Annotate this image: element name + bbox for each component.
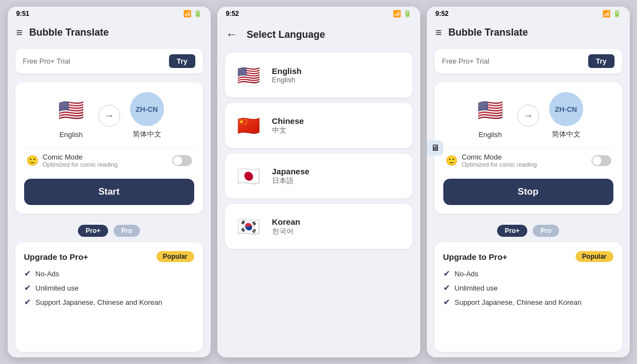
language-list: 🇺🇸 English English 🇨🇳 Chinese 中文 🇯🇵 Japa… xyxy=(217,48,420,357)
feature-label-3-1: No-Ads xyxy=(455,270,478,278)
source-flag-1: 🇺🇸 xyxy=(54,93,88,127)
feature-label-3-3: Support Japanese, Chinese and Korean xyxy=(455,298,582,306)
screen1-content: ≡ Bubble Translate Free Pro+ Trial Try 🇺… xyxy=(8,21,211,357)
list-item[interactable]: 🇨🇳 Chinese 中文 xyxy=(225,103,413,148)
check-icon-1: ✔ xyxy=(24,269,31,278)
list-item[interactable]: 🇯🇵 Japanese 日本語 xyxy=(225,153,413,198)
start-button[interactable]: Start xyxy=(24,179,194,205)
trial-bar-3: Free Pro+ Trial Try xyxy=(435,49,622,73)
lang-name-korean: Korean xyxy=(272,217,301,226)
feature-label-3-2: Unlimited use xyxy=(455,284,498,292)
smiley-icon-3: 🙂 xyxy=(446,155,458,167)
time-3: 9:52 xyxy=(436,10,449,18)
lang-native-korean: 한국어 xyxy=(272,226,301,236)
trial-text-1: Free Pro+ Trial xyxy=(23,57,70,65)
check-icon-1-2: ✔ xyxy=(24,283,31,293)
feature-1-3: ✔ Support Japanese, Chinese and Korean xyxy=(24,297,194,307)
comic-toggle-3[interactable] xyxy=(591,155,611,166)
signal-icon: 📶 xyxy=(183,10,191,18)
lang-name-english: English xyxy=(272,66,302,76)
pro-plus-badge-3: Pro+ xyxy=(497,225,527,237)
status-icons-2: 📶 🔋 xyxy=(393,10,411,18)
comic-mode-row-1: 🙂 Comic Mode Optimized for comic reading xyxy=(24,147,194,173)
list-item[interactable]: 🇺🇸 English English xyxy=(225,53,413,98)
target-lang-label-1: 简体中文 xyxy=(133,129,161,139)
back-button[interactable]: ← xyxy=(226,27,238,42)
app-header-1: ≡ Bubble Translate xyxy=(8,21,211,44)
select-header: ← Select Language xyxy=(217,21,420,48)
app-header-3: ≡ Bubble Translate xyxy=(427,21,630,44)
comic-left-1: 🙂 Comic Mode Optimized for comic reading xyxy=(26,153,118,168)
badges-row-1: Pro+ Pro xyxy=(8,225,211,237)
lang-texts-japanese: Japanese 日本語 xyxy=(272,167,309,186)
target-flag-3: ZH-CN xyxy=(549,92,583,126)
feature-label-1-2: Unlimited use xyxy=(36,284,79,292)
feature-label-1-1: No-Ads xyxy=(36,270,59,278)
check-icon-1-3: ✔ xyxy=(24,297,31,307)
comic-mode-sub-1: Optimized for comic reading xyxy=(43,161,118,168)
status-bar-2: 9:52 📶 🔋 xyxy=(217,7,420,21)
target-lang-1[interactable]: ZH-CN 简体中文 xyxy=(130,92,164,139)
upgrade-title-1: Upgrade to Pro+ xyxy=(24,252,88,261)
status-bar-3: 9:52 📶 🔋 xyxy=(427,7,630,21)
status-bar-1: 9:51 📶 🔋 xyxy=(8,7,211,21)
feature-3-1: ✔ No-Ads xyxy=(443,269,613,278)
badges-row-3: Pro+ Pro xyxy=(427,225,630,237)
feature-1-1: ✔ No-Ads xyxy=(24,269,194,278)
lang-flag-chinese: 🇨🇳 xyxy=(234,111,263,140)
feature-3-2: ✔ Unlimited use xyxy=(443,283,613,293)
source-lang-3[interactable]: 🇺🇸 English xyxy=(473,93,508,139)
lang-row-3: 🇺🇸 English → ZH-CN 简体中文 xyxy=(443,92,613,139)
comic-mode-row-3: 🙂 Comic Mode Optimized for comic reading xyxy=(443,147,613,173)
target-flag-1: ZH-CN xyxy=(130,92,164,126)
source-flag-3: 🇺🇸 xyxy=(473,93,508,127)
lang-flag-japanese: 🇯🇵 xyxy=(234,161,263,191)
upgrade-title-3: Upgrade to Pro+ xyxy=(443,252,508,261)
lang-texts-english: English English xyxy=(272,66,302,84)
popular-badge-3: Popular xyxy=(576,251,613,262)
feature-1-2: ✔ Unlimited use xyxy=(24,283,194,293)
upgrade-header-3: Upgrade to Pro+ Popular xyxy=(443,251,613,262)
source-lang-label-3: English xyxy=(478,130,502,139)
check-icon-3-3: ✔ xyxy=(443,297,450,307)
pro-badge-1: Pro xyxy=(114,225,140,237)
app-title-3: Bubble Translate xyxy=(448,27,528,38)
source-lang-1[interactable]: 🇺🇸 English xyxy=(54,93,88,139)
lang-texts-chinese: Chinese 中文 xyxy=(272,116,304,135)
screen3-content: ≡ Bubble Translate Free Pro+ Trial Try 🖥… xyxy=(427,21,630,357)
trial-bar-1: Free Pro+ Trial Try xyxy=(15,49,203,73)
battery-icon-3: 🔋 xyxy=(613,10,621,18)
target-lang-3[interactable]: ZH-CN 简体中文 xyxy=(549,92,583,139)
signal-icon-2: 📶 xyxy=(393,10,401,18)
comic-mode-label-3: Comic Mode xyxy=(462,153,537,161)
upgrade-header-1: Upgrade to Pro+ Popular xyxy=(24,251,194,262)
pro-plus-badge-1: Pro+ xyxy=(78,225,108,237)
screen2-content: ← Select Language 🇺🇸 English English 🇨🇳 … xyxy=(217,21,420,357)
lang-name-japanese: Japanese xyxy=(272,167,309,176)
lang-texts-korean: Korean 한국어 xyxy=(272,217,301,236)
time-1: 9:51 xyxy=(16,10,30,18)
popular-badge-1: Popular xyxy=(156,251,194,262)
feature-3-3: ✔ Support Japanese, Chinese and Korean xyxy=(443,297,613,307)
hamburger-icon[interactable]: ≡ xyxy=(16,26,23,39)
capture-icon-overlay: 🖥 xyxy=(427,140,443,156)
try-button-1[interactable]: Try xyxy=(169,54,195,68)
upgrade-card-1: Upgrade to Pro+ Popular ✔ No-Ads ✔ Unlim… xyxy=(15,242,203,352)
comic-text-group-3: Comic Mode Optimized for comic reading xyxy=(462,153,537,168)
select-title: Select Language xyxy=(247,29,325,41)
lang-row-1: 🇺🇸 English → ZH-CN 简体中文 xyxy=(24,92,194,139)
stop-button[interactable]: Stop xyxy=(443,179,613,205)
lang-name-chinese: Chinese xyxy=(272,116,304,126)
try-button-3[interactable]: Try xyxy=(588,54,615,68)
status-icons-1: 📶 🔋 xyxy=(183,10,202,18)
comic-text-group-1: Comic Mode Optimized for comic reading xyxy=(43,153,118,168)
feature-label-1-3: Support Japanese, Chinese and Korean xyxy=(36,298,162,306)
hamburger-icon-3[interactable]: ≡ xyxy=(436,26,442,39)
comic-toggle-1[interactable] xyxy=(172,155,192,166)
check-icon-3-2: ✔ xyxy=(443,283,450,293)
arrow-icon-1: → xyxy=(98,105,120,127)
screen2: 9:52 📶 🔋 ← Select Language 🇺🇸 English En… xyxy=(217,7,420,357)
pro-badge-3: Pro xyxy=(533,225,559,237)
list-item[interactable]: 🇰🇷 Korean 한국어 xyxy=(225,204,413,249)
lang-native-english: English xyxy=(272,76,302,84)
